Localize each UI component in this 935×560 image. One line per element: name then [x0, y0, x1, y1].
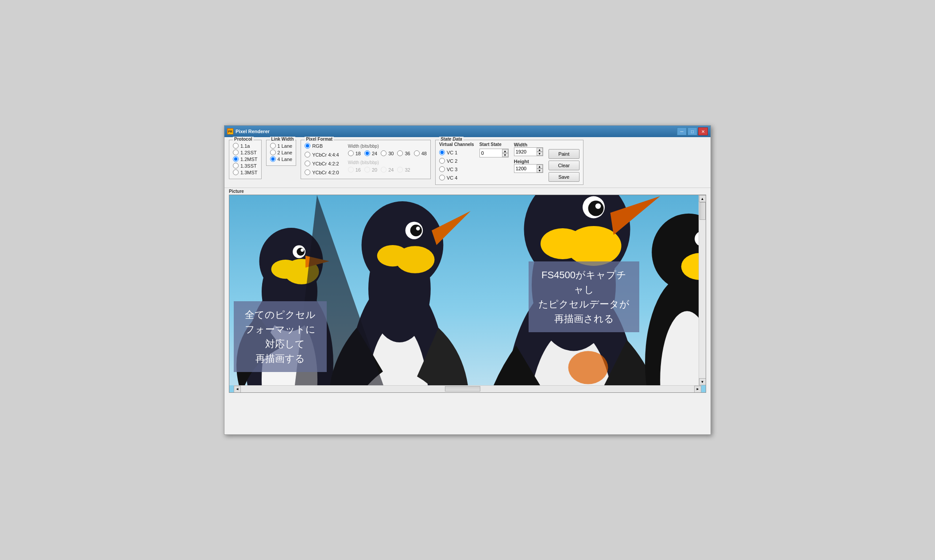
- action-buttons-col: Paint Clear Save: [549, 142, 580, 182]
- vc4[interactable]: VC 4: [439, 175, 474, 180]
- scroll-track[interactable]: [699, 202, 706, 378]
- protocol-radio-1-1a[interactable]: [233, 143, 239, 149]
- protocol-label-1-3sst: 1.3SST: [240, 163, 257, 169]
- bits-30[interactable]: 30: [381, 150, 394, 156]
- height-up[interactable]: ▲: [537, 165, 543, 169]
- protocol-radio-1-2mst[interactable]: [233, 156, 239, 162]
- vc-radio-3[interactable]: [439, 166, 445, 172]
- format-radio-rgb[interactable]: [305, 143, 310, 149]
- spinbox-up[interactable]: ▲: [502, 149, 508, 153]
- format-radio-ycbcr444[interactable]: [305, 152, 310, 157]
- hscroll-right-arrow[interactable]: ►: [694, 386, 701, 393]
- bits-24[interactable]: 24: [364, 150, 377, 156]
- height-input[interactable]: [514, 165, 537, 173]
- pixel-format-group: Pixel Format RGB YCbCr 4:4:4: [301, 140, 431, 179]
- bits-radio-36[interactable]: [397, 150, 403, 156]
- format-ycbcr420[interactable]: YCbCr 4:2:0: [305, 169, 339, 175]
- vc-radio-2[interactable]: [439, 158, 445, 164]
- vc-label-2: VC 2: [447, 158, 457, 164]
- vc-label-1: VC 1: [447, 150, 457, 155]
- spinbox-down[interactable]: ▼: [502, 153, 508, 157]
- bits-row-1: 18 24 30: [348, 150, 427, 157]
- start-state-spinbox[interactable]: ▲ ▼: [479, 149, 509, 157]
- link-1-lane[interactable]: 1 Lane: [270, 143, 293, 149]
- format-label-rgb: RGB: [312, 143, 323, 149]
- vc-radio-1[interactable]: [439, 150, 445, 155]
- bits2-radio-32[interactable]: [397, 167, 403, 173]
- bits-radio-48[interactable]: [414, 150, 420, 156]
- link-label-4-lane: 4 Lane: [278, 157, 293, 162]
- bits-label-36: 36: [405, 151, 410, 156]
- save-button[interactable]: Save: [549, 172, 580, 182]
- bits2-radio-20[interactable]: [364, 167, 370, 173]
- scroll-thumb[interactable]: [699, 202, 706, 220]
- protocol-label-1-3mst: 1.3MST: [240, 170, 258, 175]
- vc3[interactable]: VC 3: [439, 166, 474, 172]
- clear-button[interactable]: Clear: [549, 161, 580, 170]
- width-up[interactable]: ▲: [537, 148, 543, 152]
- minimize-button[interactable]: ─: [677, 127, 687, 135]
- virtual-channels-col: Virtual Channels VC 1 VC 2 VC 3: [439, 142, 474, 182]
- format-ycbcr444[interactable]: YCbCr 4:4:4: [305, 152, 339, 157]
- link-radio-2-lane[interactable]: [270, 150, 276, 155]
- protocol-1-2mst[interactable]: 1.2MST: [233, 156, 258, 162]
- bits-36[interactable]: 36: [397, 150, 410, 156]
- format-ycbcr422[interactable]: YCbCr 4:2:2: [305, 161, 339, 166]
- link-4-lane[interactable]: 4 Lane: [270, 156, 293, 162]
- protocol-radio-1-3mst[interactable]: [233, 169, 239, 175]
- close-button[interactable]: ✕: [698, 127, 708, 135]
- svg-point-15: [377, 245, 408, 266]
- protocol-1-1a[interactable]: 1.1a: [233, 143, 258, 149]
- link-2-lane[interactable]: 2 Lane: [270, 150, 293, 155]
- protocol-1-2sst[interactable]: 1.2SST: [233, 150, 258, 155]
- maximize-button[interactable]: □: [688, 127, 697, 135]
- bits2-label-16: 16: [355, 167, 361, 173]
- paint-button[interactable]: Paint: [549, 149, 580, 159]
- overlay-right-text: FS4500がキャプチャし たピクセルデータが 再描画される: [537, 268, 631, 326]
- hscroll-thumb[interactable]: [445, 386, 480, 391]
- bits-radio-30[interactable]: [381, 150, 386, 156]
- svg-point-27: [595, 203, 601, 209]
- bits2-16[interactable]: 16: [348, 167, 361, 173]
- vc1[interactable]: VC 1: [439, 150, 474, 155]
- link-width-label: Link Width: [270, 137, 295, 142]
- protocol-radio-1-3sst[interactable]: [233, 163, 239, 169]
- link-radio-4-lane[interactable]: [270, 156, 276, 162]
- bits-48[interactable]: 48: [414, 150, 427, 156]
- width-spinbox[interactable]: ▲ ▼: [514, 147, 543, 156]
- scroll-down-arrow[interactable]: ▼: [699, 378, 706, 385]
- protocol-radio-1-2sst[interactable]: [233, 150, 239, 155]
- width-down[interactable]: ▼: [537, 152, 543, 156]
- horizontal-scrollbar[interactable]: ◄ ►: [234, 385, 701, 392]
- vc-radio-4[interactable]: [439, 175, 445, 180]
- bits-radio-24[interactable]: [364, 150, 370, 156]
- bits-label-30: 30: [388, 151, 394, 156]
- vc2[interactable]: VC 2: [439, 158, 474, 164]
- vc-label-3: VC 3: [447, 167, 457, 172]
- hscroll-left-arrow[interactable]: ◄: [234, 386, 241, 393]
- scroll-up-arrow[interactable]: ▲: [699, 195, 706, 202]
- svg-point-9: [301, 249, 304, 252]
- svg-point-13: [362, 201, 444, 289]
- vertical-scrollbar[interactable]: ▲ ▼: [699, 195, 706, 385]
- link-radio-1-lane[interactable]: [270, 143, 276, 149]
- bits2-radio-16[interactable]: [348, 167, 354, 173]
- bits2-32[interactable]: 32: [397, 167, 410, 173]
- bits2-radio-24[interactable]: [381, 167, 386, 173]
- bits-radio-18[interactable]: [348, 150, 354, 156]
- format-rgb[interactable]: RGB: [305, 143, 339, 149]
- protocol-1-3sst[interactable]: 1.3SST: [233, 163, 258, 169]
- bits-18[interactable]: 18: [348, 150, 361, 156]
- hscroll-track[interactable]: [241, 386, 694, 392]
- bits2-20[interactable]: 20: [364, 167, 377, 173]
- height-spinbox[interactable]: ▲ ▼: [514, 164, 543, 173]
- height-down[interactable]: ▼: [537, 169, 543, 173]
- overlay-left-text: 全てのピクセル フォーマットに 対応して 再描画する: [242, 307, 319, 366]
- format-radio-ycbcr422[interactable]: [305, 161, 310, 166]
- width-input[interactable]: [514, 148, 537, 156]
- format-radio-ycbcr420[interactable]: [305, 169, 310, 175]
- start-state-input[interactable]: [480, 149, 502, 157]
- bits2-24[interactable]: 24: [381, 167, 394, 173]
- title-bar: PR Pixel Renderer ─ □ ✕: [224, 126, 711, 137]
- protocol-1-3mst[interactable]: 1.3MST: [233, 169, 258, 175]
